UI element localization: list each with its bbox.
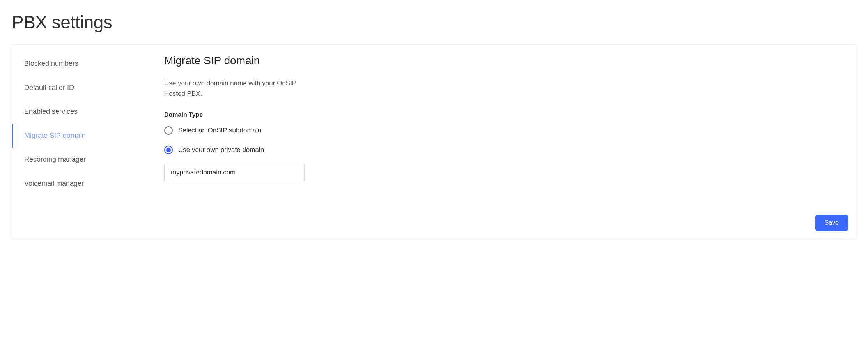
save-button[interactable]: Save <box>815 215 848 231</box>
settings-sidebar: Blocked numbers Default caller ID Enable… <box>12 45 164 239</box>
sidebar-item-voicemail-manager[interactable]: Voicemail manager <box>12 172 164 196</box>
radio-circle-icon <box>164 126 173 135</box>
radio-option-subdomain[interactable]: Select an OnSIP subdomain <box>164 126 844 135</box>
content-description: Use your own domain name with your OnSIP… <box>164 78 305 99</box>
radio-label-private-domain: Use your own private domain <box>178 146 264 154</box>
sidebar-item-recording-manager[interactable]: Recording manager <box>12 148 164 172</box>
content-area: Migrate SIP domain Use your own domain n… <box>164 45 856 239</box>
sidebar-item-default-caller-id[interactable]: Default caller ID <box>12 76 164 100</box>
radio-option-private-domain[interactable]: Use your own private domain <box>164 146 844 154</box>
domain-input[interactable] <box>164 163 305 182</box>
sidebar-item-enabled-services[interactable]: Enabled services <box>12 100 164 124</box>
content-title: Migrate SIP domain <box>164 55 844 67</box>
domain-type-label: Domain Type <box>164 111 844 118</box>
settings-panel: Blocked numbers Default caller ID Enable… <box>12 44 856 239</box>
radio-label-subdomain: Select an OnSIP subdomain <box>178 127 261 134</box>
page-title: PBX settings <box>12 12 856 33</box>
sidebar-item-blocked-numbers[interactable]: Blocked numbers <box>12 52 164 76</box>
sidebar-item-migrate-sip-domain[interactable]: Migrate SIP domain <box>12 124 164 148</box>
radio-circle-selected-icon <box>164 146 173 154</box>
